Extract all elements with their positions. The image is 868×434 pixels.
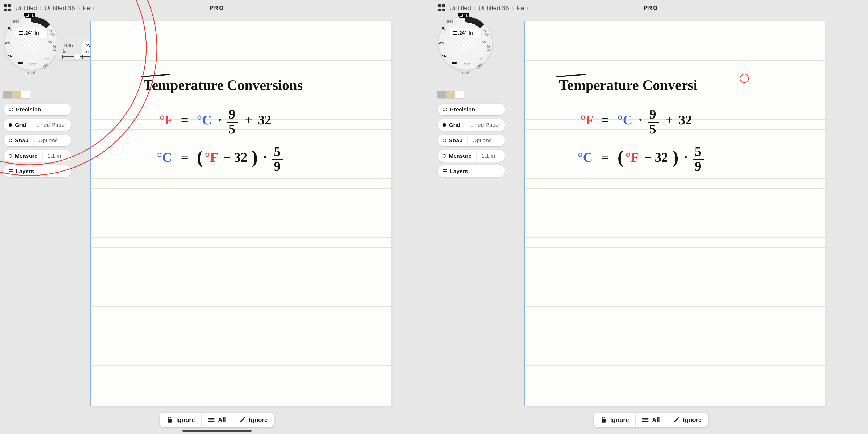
chevron-right-icon: › (512, 4, 514, 12)
lined-paper-button[interactable]: Lined Paper (31, 119, 71, 131)
lined-paper-button[interactable]: Lined Paper (465, 119, 505, 131)
wheel-size-br[interactable]: .022 (476, 62, 485, 70)
redo-icon[interactable]: ↷ (7, 53, 12, 60)
svg-rect-24 (167, 420, 172, 423)
chevron-right-icon: › (78, 4, 80, 12)
cursor-icon[interactable]: ↖ (7, 26, 12, 32)
recent-colors[interactable] (437, 91, 464, 98)
precision-button[interactable]: Precision (438, 104, 505, 116)
precision-button[interactable]: Precision (4, 104, 71, 116)
apps-icon[interactable] (4, 4, 12, 12)
svg-rect-48 (601, 420, 606, 423)
measure-button[interactable]: Measure (4, 150, 42, 162)
radio-icon (8, 154, 12, 158)
recent-colors[interactable] (3, 91, 30, 98)
wheel-size-tr[interactable]: .015 (482, 28, 490, 37)
snap-button[interactable]: Snap (438, 134, 467, 146)
measure-scale[interactable]: 1:1 in (476, 150, 500, 162)
unlock-icon (600, 416, 607, 423)
wheel-color-swatch[interactable] (22, 34, 41, 52)
wheel-angle[interactable]: 180° (27, 70, 35, 75)
canvas-paper[interactable] (90, 21, 392, 406)
svg-line-49 (674, 417, 679, 423)
tool-wheel[interactable]: .043 .241 〰 .015 .011 .022 180° ↖ ↶ ↷ ✒ … (5, 17, 58, 70)
red-marker-circle (740, 74, 749, 83)
color-swatch-tan[interactable] (446, 91, 455, 98)
bottom-toolbar: Ignore All Ignore (594, 413, 708, 427)
stylus-ignore-button[interactable]: Ignore (666, 413, 708, 427)
pulse-icon: 〰 (461, 19, 466, 25)
measure-scale[interactable]: 1:1 in (42, 150, 66, 162)
brush-pen-icon[interactable]: ѡ (482, 38, 487, 44)
layers-button[interactable]: Layers (438, 165, 505, 177)
pro-label: PRO (210, 4, 224, 11)
precision-label: Precision (16, 106, 41, 113)
svg-line-25 (240, 417, 245, 423)
brush-blob-icon[interactable]: ✒ (18, 59, 24, 67)
crumb-tool[interactable]: Pen (83, 4, 94, 12)
snap-options-button[interactable]: Options (33, 134, 62, 146)
lines-icon (208, 416, 215, 423)
radio-filled-icon (8, 123, 12, 127)
canvas-paper[interactable] (524, 21, 826, 406)
bottom-toolbar: Ignore All Ignore (160, 413, 274, 427)
snap-options-button[interactable]: Options (467, 134, 496, 146)
right-pane: Untitled › Untitled 36 › Pen PRO .043 .2… (434, 0, 868, 434)
lock-ignore-button[interactable]: Ignore (160, 413, 201, 427)
redo-icon[interactable]: ↷ (441, 53, 446, 60)
color-swatch-gray[interactable] (3, 91, 12, 98)
brush-blob-icon[interactable]: ✒ (452, 59, 458, 67)
apps-icon[interactable] (438, 4, 446, 12)
grid-button[interactable]: Grid (438, 119, 465, 131)
wheel-color-swatch[interactable] (456, 34, 475, 52)
stylus-ignore-button[interactable]: Ignore (232, 413, 274, 427)
lock-ignore-button[interactable]: Ignore (594, 413, 635, 427)
snap-button[interactable]: Snap (4, 134, 33, 146)
brush-scribble-icon[interactable]: ѡ (44, 55, 49, 62)
wheel-size-active[interactable]: .241 (25, 13, 35, 18)
tool-wheel[interactable]: .043 .241 〰 .015 .011 .022 180° ↖ ↶ ↷ ✒ … (439, 17, 492, 70)
chevron-right-icon: › (40, 4, 42, 12)
layers-button[interactable]: Layers (4, 165, 71, 177)
crumb-tool[interactable]: Pen (517, 4, 528, 12)
slider-knob[interactable] (74, 54, 80, 60)
wheel-size-tl[interactable]: .043 (446, 19, 454, 24)
wheel-angle[interactable]: 180° (461, 70, 469, 75)
left-pane: Untitled › Untitled 36 › Pen PRO .043 .2… (0, 0, 434, 434)
grid-button[interactable]: Grid (4, 119, 31, 131)
brush-pen-icon[interactable]: ѡ (48, 38, 53, 44)
brush-wave-icon[interactable]: 〰 (30, 61, 36, 68)
crumb-home[interactable]: Untitled (16, 4, 37, 12)
cursor-icon[interactable]: ↖ (441, 26, 446, 32)
layers-icon (442, 169, 447, 174)
lines-icon (642, 416, 649, 423)
radio-icon (8, 138, 12, 142)
color-swatch-white[interactable] (455, 91, 464, 98)
unlock-icon (166, 416, 173, 423)
color-swatch-tan[interactable] (12, 91, 21, 98)
undo-icon[interactable]: ↶ (5, 40, 9, 47)
wheel-size-tl[interactable]: .043 (12, 19, 20, 24)
color-swatch-gray[interactable] (437, 91, 446, 98)
crumb-doc[interactable]: Untitled 36 (44, 4, 75, 12)
side-controls: Precision Grid Lined Paper Snap Options … (438, 104, 505, 177)
undo-icon[interactable]: ↶ (439, 40, 443, 47)
side-controls: Precision Grid Lined Paper Snap Options … (4, 104, 71, 177)
wheel-size-br[interactable]: .022 (42, 62, 51, 70)
crumb-doc[interactable]: Untitled 36 (478, 4, 509, 12)
layers-icon (8, 169, 13, 174)
all-button[interactable]: All (201, 413, 232, 427)
measure-button[interactable]: Measure (438, 150, 476, 162)
wheel-size-r[interactable]: .011 (486, 43, 491, 52)
pro-label: PRO (644, 4, 658, 11)
color-swatch-white[interactable] (21, 91, 30, 98)
wheel-size-active[interactable]: .241 (459, 13, 469, 18)
crumb-home[interactable]: Untitled (450, 4, 471, 12)
breadcrumb-bar: Untitled › Untitled 36 › Pen PRO (0, 0, 434, 16)
brush-scribble-icon[interactable]: ѡ (478, 55, 483, 62)
home-indicator (182, 430, 252, 432)
brush-wave-icon[interactable]: 〰 (464, 61, 470, 68)
wheel-size-tr[interactable]: .015 (48, 28, 56, 37)
measure-row: Measure 1:1 in (4, 150, 71, 162)
all-button[interactable]: All (635, 413, 666, 427)
